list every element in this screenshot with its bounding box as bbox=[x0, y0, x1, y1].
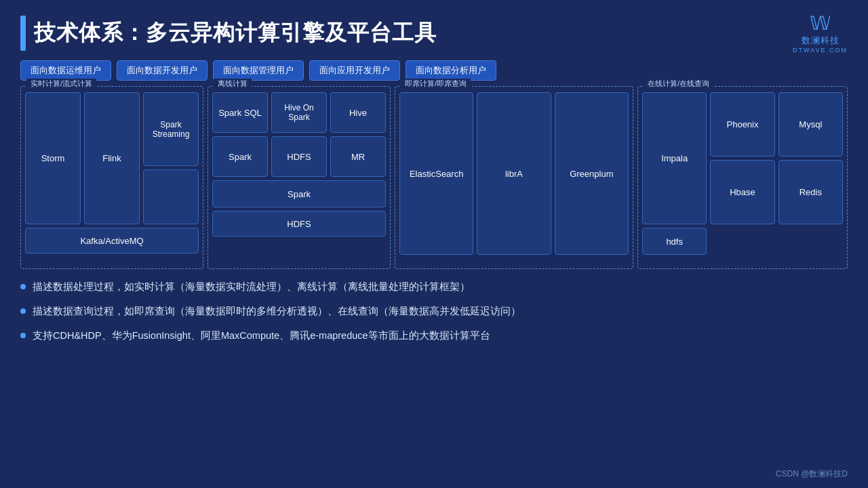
box-flink: Flink bbox=[84, 92, 140, 224]
box-kafka: Kafka/ActiveMQ bbox=[25, 228, 199, 253]
bullet-dot-1 bbox=[20, 308, 26, 314]
section-offline-label: 离线计算 bbox=[214, 79, 252, 89]
box-spark: Spark bbox=[212, 136, 268, 177]
title-left: 技术体系：多云异构计算引擎及平台工具 bbox=[20, 16, 437, 51]
box-phoenix: Phoenix bbox=[710, 92, 774, 157]
badge-4: 面向数据分析用户 bbox=[406, 60, 496, 81]
box-hive: Hive bbox=[330, 92, 386, 133]
bullet-1: 描述数据查询过程，如即席查询（海量数据即时的多维分析透视）、在线查询（海量数据高… bbox=[20, 304, 848, 319]
title-bar: 技术体系：多云异构计算引擎及平台工具 𝕎 数澜科技 DTWAVE.COM bbox=[0, 0, 868, 60]
box-hive-on-spark: Hive On Spark bbox=[271, 92, 327, 133]
box-hdfs: HDFS bbox=[212, 211, 386, 237]
logo-icon: 𝕎 bbox=[810, 12, 831, 35]
box-libra: librA bbox=[477, 92, 551, 255]
box-hbase: Hbase bbox=[710, 160, 774, 224]
box-spark-streaming: Spark Streaming bbox=[143, 92, 199, 166]
box-redis: Redis bbox=[778, 160, 843, 224]
badge-2: 面向数据管理用户 bbox=[213, 60, 304, 81]
logo-sub: DTWAVE.COM bbox=[793, 47, 848, 54]
bullet-dot-0 bbox=[20, 284, 26, 289]
bullet-0: 描述数据处理过程，如实时计算（海量数据实时流处理）、离线计算（离线批量处理的计算… bbox=[20, 280, 848, 295]
logo-name: 数澜科技 bbox=[802, 35, 840, 47]
box-spark-streaming-bottom bbox=[143, 169, 199, 224]
badge-3: 面向应用开发用户 bbox=[309, 60, 400, 81]
bullets: 描述数据处理过程，如实时计算（海量数据实时流处理）、离线计算（离线批量处理的计算… bbox=[0, 269, 868, 359]
section-adhoc: 即席计算/即席查询 ElasticSearch librA Greenplum bbox=[395, 86, 633, 269]
online-col1: Impala hdfs bbox=[642, 92, 707, 255]
online-col2: Phoenix Hbase bbox=[710, 92, 774, 255]
box-spark2: Spark bbox=[212, 180, 386, 207]
online-col3: Mysql Redis bbox=[778, 92, 843, 255]
section-realtime: 实时计算/流式计算 Storm Flink Spark Streaming Ka… bbox=[20, 86, 203, 269]
box-es: ElasticSearch bbox=[399, 92, 473, 255]
logo-area: 𝕎 数澜科技 DTWAVE.COM bbox=[793, 12, 848, 54]
box-storm: Storm bbox=[25, 92, 81, 224]
badge-0: 面向数据运维用户 bbox=[20, 60, 111, 81]
badge-1: 面向数据开发用户 bbox=[117, 60, 208, 81]
section-online: 在线计算/在线查询 Impala hdfs Phoenix Hbase Mysq… bbox=[637, 86, 848, 269]
footer: CSDN @数澜科技D bbox=[776, 468, 848, 480]
bullet-dot-2 bbox=[20, 333, 26, 338]
box-impala: Impala bbox=[642, 92, 707, 224]
section-adhoc-label: 即席计算/即席查询 bbox=[401, 79, 471, 89]
page-title: 技术体系：多云异构计算引擎及平台工具 bbox=[34, 18, 437, 48]
box-greenplum: Greenplum bbox=[555, 92, 629, 255]
section-realtime-label: 实时计算/流式计算 bbox=[26, 79, 96, 89]
box-spark-col2: HDFS bbox=[271, 136, 327, 177]
box-hdfs-online: hdfs bbox=[642, 228, 707, 255]
box-mr: MR bbox=[330, 136, 386, 177]
bullet-2: 支持CDH&HDP、华为FusionInsight、阿里MaxCompute、腾… bbox=[20, 329, 848, 344]
box-spark-sql: Spark SQL bbox=[212, 92, 268, 133]
title-accent bbox=[20, 16, 26, 51]
arch-container: 实时计算/流式计算 Storm Flink Spark Streaming Ka… bbox=[20, 86, 848, 269]
section-online-label: 在线计算/在线查询 bbox=[644, 79, 713, 89]
user-types: 面向数据运维用户 面向数据开发用户 面向数据管理用户 面向应用开发用户 面向数据… bbox=[0, 60, 868, 81]
box-mysql: Mysql bbox=[778, 92, 843, 157]
section-offline: 离线计算 Spark SQL Hive On Spark Hive Spark … bbox=[208, 86, 391, 269]
